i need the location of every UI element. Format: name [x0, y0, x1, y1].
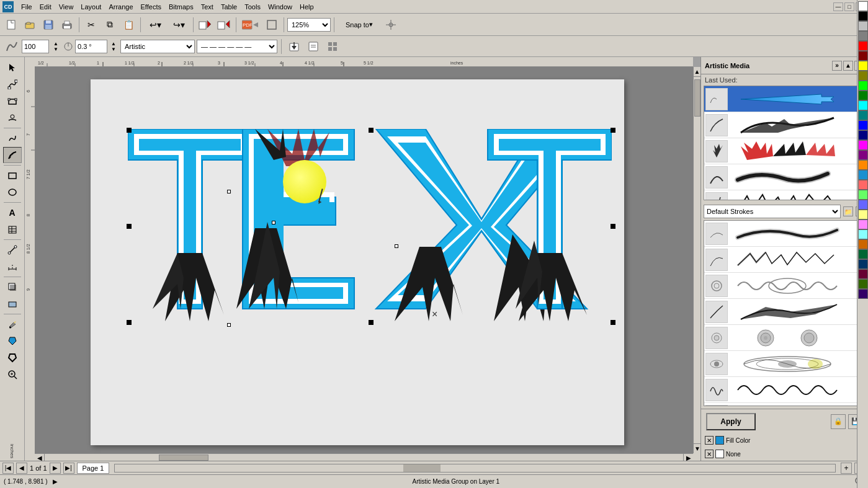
selection-handle-br[interactable] [611, 320, 615, 325]
copy-button[interactable]: ⧉ [101, 16, 119, 33]
canvas-viewport[interactable]: × [35, 67, 693, 453]
zoom-in-button[interactable]: + [841, 463, 852, 474]
style-dropdown[interactable]: Artistic [120, 40, 195, 53]
swatch-gray1[interactable] [858, 21, 868, 31]
default-stroke-item-1[interactable] [704, 221, 857, 247]
menu-file[interactable]: File [17, 2, 36, 12]
node-x[interactable] [395, 244, 398, 248]
paste-button[interactable]: 📋 [120, 16, 137, 33]
cut-button[interactable]: ✂ [83, 16, 100, 33]
view-fullscreen-button[interactable] [263, 16, 280, 33]
swatch-blue[interactable] [858, 120, 868, 130]
swatch-lightred[interactable] [858, 180, 868, 190]
new-button[interactable] [2, 16, 20, 33]
brush-size-input[interactable] [22, 40, 49, 53]
tool-zoom[interactable] [3, 366, 22, 383]
tool-ellipse[interactable] [3, 184, 22, 200]
tool-drop-shadow[interactable] [3, 279, 22, 295]
size-spinner[interactable]: ▲▼ [51, 38, 61, 55]
swatch-forestgreen[interactable] [858, 249, 868, 259]
stroke-item-1[interactable] [704, 86, 857, 112]
tool-outline[interactable] [3, 350, 22, 366]
zoom-dropdown[interactable]: 125% [287, 18, 331, 32]
swatch-olive[interactable] [858, 71, 868, 81]
swatch-white[interactable] [858, 1, 868, 11]
stroke-item-2[interactable] [704, 112, 857, 138]
swatch-brown[interactable] [858, 239, 868, 249]
swatch-magenta[interactable] [858, 140, 868, 150]
swatch-darkblue[interactable] [858, 130, 868, 140]
selection-handle-bc[interactable] [369, 320, 374, 325]
node-t2[interactable] [227, 323, 231, 327]
scroll-thumb-vertical[interactable] [694, 79, 700, 117]
default-stroke-item-2[interactable] [704, 247, 857, 273]
swatch-black[interactable] [858, 11, 868, 21]
tool-text[interactable]: A [3, 205, 22, 221]
swatch-gray2[interactable] [858, 31, 868, 41]
default-stroke-item-3[interactable] [704, 273, 857, 299]
stroke-item-4[interactable] [704, 164, 857, 190]
swatch-orange[interactable] [858, 160, 868, 170]
menu-table[interactable]: Table [217, 2, 241, 12]
node-t[interactable] [227, 190, 231, 193]
status-arrow[interactable]: ▶ [53, 478, 58, 485]
undo-button[interactable]: ↩▾ [144, 16, 166, 33]
swatch-lightblue2[interactable] [858, 200, 868, 210]
maximize-button[interactable]: □ [844, 2, 854, 11]
swatch-purple[interactable] [858, 150, 868, 160]
tool-table[interactable] [3, 221, 22, 237]
menu-text[interactable]: Text [197, 2, 217, 12]
tool-smear[interactable] [3, 110, 22, 126]
snap-to-button[interactable]: Snap to ▾ [338, 16, 381, 33]
minimize-button[interactable]: — [833, 2, 843, 11]
swatch-lightblue[interactable] [858, 170, 868, 180]
tool-artistic-media[interactable] [3, 147, 22, 163]
tool-shape[interactable] [3, 93, 22, 109]
swatch-navyblue[interactable] [858, 259, 868, 269]
selection-handle-bl[interactable] [127, 320, 132, 325]
menu-view[interactable]: View [55, 2, 78, 12]
menu-effects[interactable]: Effects [137, 2, 165, 12]
load-preset-button[interactable] [305, 38, 322, 55]
canvas-area[interactable]: 1/2 1/2 1 1 1/2 2 2 1/2 3 3 1/2 [25, 57, 700, 461]
strokes-category-dropdown[interactable]: Default Strokes [704, 205, 841, 218]
selection-handle-tl[interactable] [127, 128, 132, 133]
menu-bitmaps[interactable]: Bitmaps [165, 2, 197, 12]
tool-freehand[interactable] [3, 130, 22, 146]
stroke-item-5[interactable] [704, 190, 857, 200]
angle-spinner[interactable]: ▲▼ [109, 38, 119, 55]
angle-input[interactable] [75, 40, 107, 53]
tool-eyedropper[interactable] [3, 316, 22, 332]
tool-connector[interactable] [3, 242, 22, 258]
menu-arrange[interactable]: Arrange [105, 2, 136, 12]
scroll-thumb-horizontal[interactable] [159, 455, 208, 461]
import-button[interactable] [197, 16, 214, 33]
swatch-maroon[interactable] [858, 269, 868, 279]
swatch-cyan[interactable] [858, 100, 868, 110]
default-stroke-item-5[interactable] [704, 325, 857, 351]
swatch-teal[interactable] [858, 110, 868, 120]
apply-button[interactable]: Apply [706, 413, 756, 430]
swatch-lightgreen[interactable] [858, 190, 868, 200]
node-e[interactable] [272, 221, 275, 224]
panel-browse-button[interactable]: 📁 [843, 206, 853, 216]
swatch-darkgreen2[interactable] [858, 279, 868, 289]
panel-restore-button[interactable]: ▲ [843, 61, 853, 71]
view-options-button[interactable] [324, 38, 341, 55]
menu-window[interactable]: Window [264, 2, 296, 12]
page-next-button[interactable]: ▶ [50, 463, 61, 474]
menu-edit[interactable]: Edit [36, 2, 55, 12]
page-last-button[interactable]: ▶| [63, 463, 74, 474]
swatch-green[interactable] [858, 81, 868, 91]
menu-tools[interactable]: Tools [241, 2, 264, 12]
redo-button[interactable]: ↪▾ [168, 16, 190, 33]
default-stroke-item-7[interactable] [704, 377, 857, 403]
scrollbar-horizontal[interactable]: ◀ ▶ [35, 453, 693, 461]
line-style-dropdown[interactable]: — — — — — — [197, 40, 277, 53]
navigator-button[interactable] [382, 16, 400, 33]
panel-expand-button[interactable]: » [832, 61, 842, 71]
default-stroke-item-4[interactable] [704, 299, 857, 325]
default-stroke-item-8[interactable] [704, 403, 857, 406]
swatch-darkgreen[interactable] [858, 91, 868, 100]
selection-handle-tr[interactable] [611, 128, 615, 133]
